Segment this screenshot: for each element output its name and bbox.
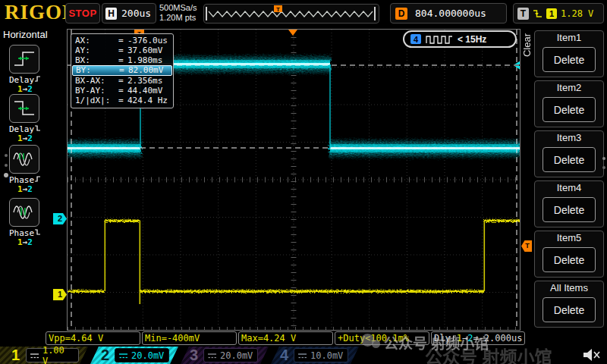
measurement-max[interactable]: Max=4.24 V: [238, 331, 333, 345]
falling-edge-icon: [533, 8, 543, 19]
page-dot-active: [4, 173, 8, 177]
cursor-row-ax: AX:=-376.0us: [71, 36, 173, 46]
edge-falling-glyph: [34, 228, 41, 236]
channel3-number: 3: [190, 347, 198, 364]
acquisition-info: 500MSa/s 1.20M pts: [159, 3, 197, 23]
cursor-row-bxax: BX-AX:=2.356ms: [71, 76, 173, 86]
trigger-level-tab[interactable]: T: [521, 240, 532, 252]
channel1-scale: 1.00 V: [42, 345, 75, 364]
channel2-scale: 20.0mV: [131, 350, 164, 361]
run-state-label: STOP: [68, 8, 96, 19]
square-wave-icon: [426, 35, 453, 44]
delay-rising-icon: [12, 49, 36, 70]
channel4-scale: 10.0mV: [310, 350, 343, 361]
channel3-scale-box[interactable]: 20.0mV: [203, 348, 258, 362]
freq-notice-text: < 15Hz: [458, 34, 486, 45]
delay-offset-box: D 804.000000us: [390, 3, 507, 24]
menu-item1-title: Item1: [535, 32, 603, 43]
channel4-scale-box[interactable]: 10.0mV: [294, 348, 348, 362]
left-menu-delay-falling-button[interactable]: [9, 94, 39, 123]
low-freq-notice: 4 < 15Hz: [403, 30, 517, 48]
menu-item4-delete-button[interactable]: Delete: [543, 197, 596, 222]
menu-item2-delete-button[interactable]: Delete: [543, 97, 596, 122]
channel2-scale-box[interactable]: 20.0mV: [115, 348, 169, 362]
preview-waveform: [209, 11, 373, 17]
channel2-number: 2: [101, 347, 109, 364]
menu-group-item1: Item1 Delete: [534, 30, 604, 77]
cursor-row-bx: BX:=1.980ms: [71, 55, 173, 65]
menu-group-item3: Item3 Delete: [534, 130, 604, 177]
ch2-level-badge[interactable]: 2: [53, 213, 67, 224]
measurement-min[interactable]: Min=-400mV: [142, 331, 237, 345]
channel1-number: 1: [11, 347, 20, 364]
horizontal-center-marker: [288, 30, 297, 36]
channel3-scale: 20.0mV: [220, 350, 253, 361]
oscilloscope-screen: RIGOL STOP H 200us 500MSa/s 1.20M pts T …: [0, 0, 607, 364]
measurement-delay-1-2[interactable]: Dly1→2=-2.000us: [431, 331, 525, 345]
dc-coupling-icon: [30, 352, 39, 359]
ch1-level-badge[interactable]: 1: [53, 289, 67, 300]
menu-item5-delete-button[interactable]: Delete: [543, 247, 596, 272]
menu-all-items-delete-button[interactable]: Delete: [543, 297, 596, 322]
cursor-row-by-selected[interactable]: BY:=82.00mV: [72, 65, 172, 76]
measurement-duty[interactable]: +Duty<100.1m%: [335, 331, 429, 345]
waveform-preview[interactable]: T: [203, 4, 379, 24]
left-menu-title: Horizontal: [3, 29, 48, 40]
left-menu-phase-falling-channels: 1→2: [0, 237, 50, 247]
left-menu-phase-rising-button[interactable]: [9, 145, 39, 174]
menu-item3-delete-button[interactable]: Delete: [543, 147, 596, 172]
menu-group-all-items: All Items Delete: [534, 281, 604, 328]
cursor-row-byay: BY-AY:=44.40mV: [71, 86, 173, 96]
memory-depth: 1.20M pts: [159, 13, 197, 23]
menu-item1-delete-button[interactable]: Delete: [543, 47, 596, 72]
page-dot: [5, 164, 8, 167]
menu-item5-title: Item5: [535, 232, 603, 243]
horizontal-timebase-box: H 200us: [102, 3, 156, 24]
left-menu-delay-rising-button[interactable]: [9, 45, 39, 74]
dc-coupling-icon: [297, 352, 307, 359]
measurement-vpp[interactable]: Vpp=4.64 V: [46, 331, 140, 345]
left-menu-phase-rising-channels: 1→2: [0, 184, 50, 194]
edge-rising-glyph: [451, 334, 457, 342]
menu-item3-title: Item3: [535, 132, 603, 143]
delay-falling-icon: [12, 98, 36, 119]
page-dot: [5, 154, 8, 157]
ch4-source-badge: 4: [410, 34, 421, 44]
preview-left-bracket: [206, 7, 207, 20]
svg-text:T: T: [276, 6, 280, 13]
menu-group-item2: Item2 Delete: [534, 80, 604, 127]
dc-coupling-icon: [118, 352, 128, 359]
cursor-row-ay: AY:=37.60mV: [71, 46, 173, 55]
phase-falling-icon: [12, 202, 36, 223]
left-menu-delay-falling-channels: 1→2: [0, 133, 50, 143]
menu-group-item5: Item5 Delete: [534, 231, 604, 278]
menu-page-dot: [602, 166, 605, 169]
timebase-value: 200us: [121, 8, 151, 19]
left-menu-delay-rising-channels: 1→2: [0, 84, 50, 94]
menu-group-item4: Item4 Delete: [534, 180, 604, 228]
trigger-status-box: T 1 1.28 V: [513, 3, 604, 24]
menu-page-dot: [602, 157, 605, 160]
trigger-source-badge: 1: [546, 8, 557, 19]
trigger-level-value: 1.28 V: [561, 8, 593, 19]
speaker-muted-icon[interactable]: [581, 347, 601, 362]
watermark-text-echo: 公众号 射频小馆: [425, 343, 552, 364]
preview-right-bracket: [374, 7, 376, 20]
channel1-scale-box[interactable]: 1.00 V: [26, 348, 79, 362]
menu-item2-title: Item2: [535, 82, 603, 93]
menu-item4-title: Item4: [535, 182, 603, 193]
edge-rising-glyph: [34, 75, 41, 83]
menu-title-clear: Clear: [521, 33, 533, 57]
left-menu-phase-falling-button[interactable]: [9, 198, 39, 227]
sample-rate: 500MSa/s: [159, 3, 197, 13]
phase-rising-icon: [12, 149, 36, 170]
run-state-indicator[interactable]: STOP: [65, 3, 100, 24]
edge-rising-glyph: [34, 175, 41, 183]
cursor-row-freq: 1/|dX|:=424.4 Hz: [71, 96, 173, 105]
dc-coupling-icon: [207, 352, 217, 359]
edge-falling-glyph: [34, 124, 41, 132]
horizontal-badge: H: [105, 8, 117, 20]
delay-value: 804.000000us: [415, 8, 486, 19]
trigger-badge: T: [517, 8, 529, 20]
cursor-measurement-panel[interactable]: AX:=-376.0us AY:=37.60mV BX:=1.980ms BY:…: [71, 33, 174, 108]
